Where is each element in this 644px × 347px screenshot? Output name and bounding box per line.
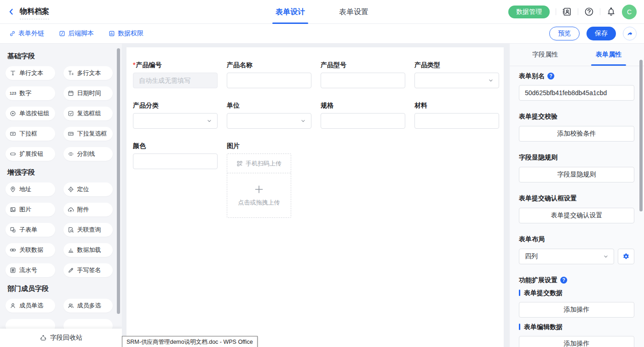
field-type-button[interactable]: 下拉复选框 [63,127,113,141]
form-field[interactable]: 产品分类 [133,102,218,129]
field-type-button[interactable]: 数据加载 [63,243,113,257]
form-field[interactable]: 产品型号 [321,61,405,88]
field-type-label: 多行文本 [77,69,101,77]
form-field[interactable]: 产品名称 [227,61,311,88]
share-button[interactable] [623,27,637,40]
subform-icon [10,227,16,233]
field-type-button[interactable]: 复选框组 [63,107,113,120]
panel-section-button[interactable]: 表单提交确认设置 [519,208,634,223]
field-type-button[interactable]: 关联数据 [6,243,55,257]
form-field[interactable]: 单位 [227,102,311,129]
top-header: 物料档案 表单设计表单设置 数据管理 C [0,0,644,24]
panel-scrollbar[interactable] [639,60,643,211]
preview-button[interactable]: 预览 [549,27,580,40]
data-manage-button[interactable]: 数据管理 [508,6,550,18]
properties-tab[interactable]: 字段属性 [513,44,577,66]
number-icon: 123 [10,91,16,96]
member-single-icon [10,302,16,309]
notification-bell-icon[interactable] [606,7,616,17]
divider [578,8,578,15]
back-button[interactable] [7,8,15,16]
field-input[interactable] [133,73,218,88]
form-canvas[interactable]: *产品编号产品名称产品型号产品类型产品分类单位规格材料颜色图片手机扫码上传点击或… [126,47,504,347]
field-type-button[interactable]: 成员多选 [63,299,113,313]
toolbar-link[interactable]: 表单外链 [9,29,44,38]
address-icon [10,186,16,193]
header-tab[interactable]: 表单设计 [276,0,305,24]
field-type-button[interactable]: 图片 [6,203,55,216]
form-field[interactable]: 产品类型 [414,61,499,88]
form-layout-select[interactable]: 四列 [519,249,614,264]
panel-section-button[interactable]: 字段显隐规则 [519,167,634,182]
single-line-text-icon [10,70,16,76]
field-type-button[interactable]: 子表单 [6,223,55,237]
field-input[interactable] [321,113,405,129]
field-type-button[interactable]: 下拉框 [6,127,55,141]
field-select[interactable] [414,73,499,88]
field-type-button[interactable]: 流水号 [6,263,55,277]
field-type-button[interactable]: 分割线 [63,147,113,161]
help-icon[interactable] [584,7,594,17]
toolbar-link-label: 后端脚本 [68,29,94,38]
sidebar-scrollbar[interactable] [117,48,120,314]
active-tab-indicator [272,23,308,24]
field-type-button[interactable]: 单行文本 [6,66,55,80]
help-badge-icon[interactable]: ? [560,277,567,284]
form-field[interactable]: 规格 [321,102,405,129]
form-field[interactable]: 颜色 [133,142,218,218]
subsection-label: 表单提交数据 [524,289,563,296]
page-title[interactable]: 物料档案 [20,7,49,19]
field-select[interactable] [227,113,311,129]
panel-section-label: 字段显隐规则 [519,154,634,161]
field-type-button[interactable]: 123数字 [6,86,55,100]
form-field[interactable]: *产品编号 [133,61,218,88]
field-type-button[interactable]: 多行文本 [63,66,113,80]
field-input[interactable] [227,73,311,88]
field-type-button[interactable]: 手写签名 [63,263,113,277]
signature-icon [68,267,74,273]
field-section-title: 部门成员字段 [7,284,113,293]
toolbar-link[interactable]: 后端脚本 [59,29,94,38]
field-label: 产品分类 [133,102,218,109]
field-type-button[interactable]: 关联查询 [63,223,113,237]
layout-settings-button[interactable] [618,249,634,264]
save-button[interactable]: 保存 [586,27,616,40]
field-type-button[interactable]: 单选按钮组 [6,107,55,120]
user-avatar[interactable]: C [622,5,637,19]
header-tabs: 表单设计表单设置 [276,0,368,24]
multi-select-icon [68,131,74,137]
form-field[interactable]: 图片手机扫码上传点击或拖拽上传 [227,142,311,218]
field-type-label: 扩展按钮 [19,150,43,158]
field-select[interactable] [133,113,218,129]
header-tab[interactable]: 表单设置 [339,0,368,24]
help-badge-icon[interactable]: ? [547,73,554,80]
field-type-label: 子表单 [19,226,37,234]
field-type-button[interactable]: 定位 [63,182,113,196]
field-type-button[interactable]: 地址 [6,182,55,196]
field-label: 材料 [414,102,499,109]
radio-group-icon [10,110,16,117]
field-type-button[interactable]: 成员单选 [6,299,55,313]
drop-upload-area[interactable]: 点击或拖拽上传 [227,173,291,217]
panel-section-button[interactable]: 添加校验条件 [519,126,634,142]
field-input[interactable] [133,154,218,169]
field-type-button[interactable]: 附件 [63,203,113,216]
toolbar-link[interactable]: 数据权限 [109,29,144,38]
form-alias-input[interactable] [519,85,634,101]
field-input[interactable] [321,73,405,88]
form-field[interactable]: 材料 [414,102,499,129]
field-type-label: 定位 [77,185,89,193]
member-multi-icon [68,302,74,309]
properties-tab[interactable]: 表单属性 [577,44,640,66]
add-action-button[interactable]: 添加操作 [519,336,634,347]
field-input[interactable] [414,113,499,129]
field-type-button[interactable]: 日期时间 [63,86,113,100]
add-action-button[interactable]: 添加操作 [519,302,634,318]
field-section-title: 增强字段 [7,168,113,177]
address-book-icon[interactable] [562,7,572,17]
field-type-button[interactable]: 扩展按钮 [6,147,55,161]
linked-query-icon [68,227,74,233]
field-recycle-bin[interactable]: 字段回收站 [0,329,122,347]
scan-upload-button[interactable]: 手机扫码上传 [227,154,291,173]
field-type-label: 成员单选 [19,301,43,310]
